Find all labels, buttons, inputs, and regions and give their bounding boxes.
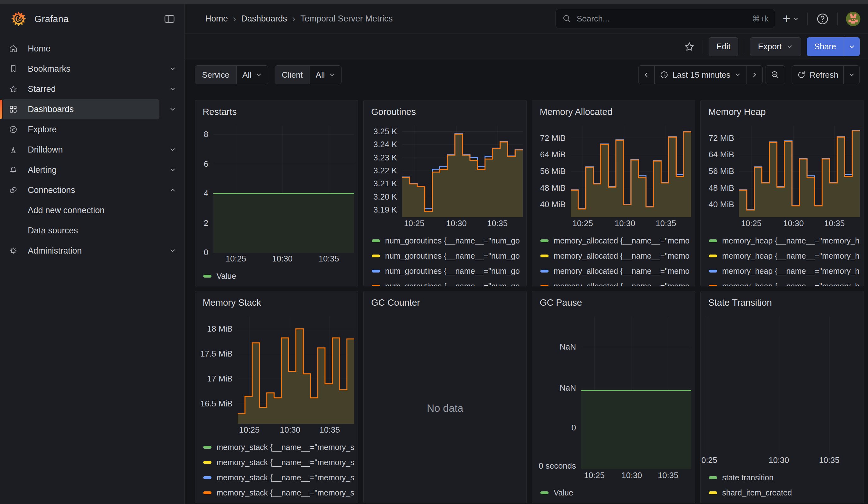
service-variable-value[interactable]: All [236,66,268,84]
legend-item[interactable]: num_goroutines {__name__="num_go [372,233,526,248]
legend-item[interactable]: state transition [709,470,864,485]
chevron-down-icon [848,43,855,50]
chevron-down-icon[interactable] [169,85,176,93]
legend-item[interactable]: memory_allocated {__name__="memo [540,233,695,248]
legend-item[interactable]: memory_stack {__name__="memory_s [203,470,358,485]
legend-label: Value [217,271,236,281]
chevron-down-icon[interactable] [169,106,176,113]
gc-pause-chart[interactable]: NaNNaN00 seconds [532,314,695,470]
x-axis: 10:2510:3010:35 [532,470,695,484]
legend-item[interactable]: Value [203,268,358,284]
sidebar-item-administration[interactable]: Administration [0,240,184,261]
client-variable-value[interactable]: All [310,66,341,84]
legend-item[interactable]: memory_allocated {__name__="memo [540,278,695,286]
zoom-out-button[interactable] [765,66,785,84]
refresh-interval-dropdown[interactable] [844,66,859,84]
legend-color-pill [540,270,549,272]
legend-label: memory_allocated {__name__="memo [554,267,690,276]
legend-item[interactable]: shard_item_created [709,485,864,500]
panel-title[interactable]: Restarts [195,101,358,123]
panel-title[interactable]: Memory Heap [701,101,864,123]
legend-item[interactable]: num_goroutines {__name__="num_go [372,278,526,286]
chevron-down-icon[interactable] [169,166,176,173]
breadcrumb: Home › Dashboards › Temporal Server Metr… [205,14,393,24]
legend-label: memory_allocated {__name__="memo [554,236,690,245]
help-icon[interactable] [816,12,829,25]
legend-item[interactable]: memory_heap {__name__="memory_h [709,278,864,286]
memory-allocated-chart[interactable]: 72 MiB64 MiB56 MiB48 MiB40 MiB [532,123,695,218]
legend-item[interactable]: memory_stack {__name__="memory_s [203,455,358,470]
chevron-down-icon [255,71,262,78]
x-axis-label: 10:25 [404,218,425,228]
export-button[interactable]: Export [750,37,801,56]
sidebar-item-dashboards[interactable]: Dashboards [0,99,184,119]
chevron-down-icon[interactable] [169,146,176,153]
avatar[interactable] [846,12,860,26]
dock-sidebar-icon[interactable] [164,13,175,25]
panel-memory-heap: Memory Heap 72 MiB64 MiB56 MiB48 MiB40 M… [700,100,864,286]
goroutines-chart[interactable]: 3.25 K3.24 K3.23 K3.22 K3.21 K3.20 K3.19… [364,123,526,218]
x-axis-label: 10:30 [280,425,300,435]
sidebar-item-alerting[interactable]: Alerting [0,160,184,180]
legend-label: memory_allocated {__name__="memo [554,251,690,260]
breadcrumb-home[interactable]: Home [205,14,228,24]
legend-item[interactable]: memory_stack {__name__="memory_s [203,485,358,500]
panel-title[interactable]: State Transition [701,291,864,314]
legend-item[interactable]: num_goroutines {__name__="num_go [372,248,526,263]
x-axis-label: 10:35 [824,218,845,228]
panel-state-transition: State Transition 10:2510:3010:35 state t… [700,291,864,503]
legend-item[interactable]: memory_heap {__name__="memory_h [709,263,864,278]
divider [744,40,744,53]
restarts-chart[interactable]: 86420 [195,123,358,253]
bookmark-icon [9,64,18,73]
legend-label: memory_heap {__name__="memory_h [722,267,859,276]
refresh-icon [797,70,806,79]
time-range-picker[interactable]: Last 15 minutes [654,66,746,84]
state-transition-chart[interactable] [701,314,864,455]
legend-label: num_goroutines {__name__="num_go [385,251,520,260]
legend-item[interactable]: num_goroutines {__name__="num_go [372,263,526,278]
legend-item[interactable]: memory_heap {__name__="memory_h [709,248,864,263]
chevron-down-icon [848,71,855,78]
panel-title[interactable]: GC Pause [532,291,695,314]
chevron-up-icon[interactable] [169,187,176,194]
legend-label: memory_stack {__name__="memory_s [217,473,354,482]
legend-item[interactable]: memory_allocated {__name__="memo [540,248,695,263]
chevron-down-icon[interactable] [169,65,176,72]
panel-title[interactable]: Goroutines [364,101,526,123]
sidebar-item-explore[interactable]: Explore [0,119,184,140]
grafana-logo-icon[interactable] [10,11,27,27]
legend-item[interactable]: memory_heap {__name__="memory_h [709,233,864,248]
favorite-star-button[interactable] [682,39,697,54]
search-input[interactable]: ⌘+k [556,9,775,28]
edit-button[interactable]: Edit [709,37,738,56]
time-shift-back-button[interactable] [639,66,654,84]
panel-title[interactable]: Memory Allocated [532,101,695,123]
client-variable: Client All [275,65,342,84]
sidebar-item-add-new-connection[interactable]: Add new connection [0,200,184,220]
share-button[interactable]: Share [807,37,844,56]
breadcrumb-dashboards[interactable]: Dashboards [241,14,287,24]
chevron-down-icon[interactable] [169,247,176,254]
refresh-button[interactable]: Refresh [792,66,844,84]
memory-stack-chart[interactable]: 18 MiB17.5 MiB17 MiB16.5 MiB [195,314,358,424]
sidebar-item-home[interactable]: Home [0,39,184,59]
sidebar-item-drilldown[interactable]: Drilldown [0,140,184,160]
share-dropdown-button[interactable] [844,37,860,56]
sidebar-item-bookmarks[interactable]: Bookmarks [0,59,184,79]
breadcrumb-current: Temporal Server Metrics [300,14,393,24]
main-area: Home › Dashboards › Temporal Server Metr… [185,4,868,504]
memory-heap-chart[interactable]: 72 MiB64 MiB56 MiB48 MiB40 MiB [701,123,864,218]
sidebar-item-connections[interactable]: Connections [0,180,184,200]
x-axis-label: 10:30 [621,471,642,480]
time-shift-forward-button[interactable] [746,66,762,84]
sidebar-item-data-sources[interactable]: Data sources [0,220,184,240]
add-new-button[interactable]: + [783,11,799,27]
x-axis-label: 10:25 [572,218,593,228]
panel-title[interactable]: Memory Stack [195,291,358,314]
sidebar-item-starred[interactable]: Starred [0,79,184,99]
legend-item[interactable]: memory_allocated {__name__="memo [540,263,695,278]
legend-item[interactable]: Value [540,485,695,500]
legend-item[interactable]: memory_stack {__name__="memory_s [203,440,358,455]
panel-title[interactable]: GC Counter [364,291,526,314]
